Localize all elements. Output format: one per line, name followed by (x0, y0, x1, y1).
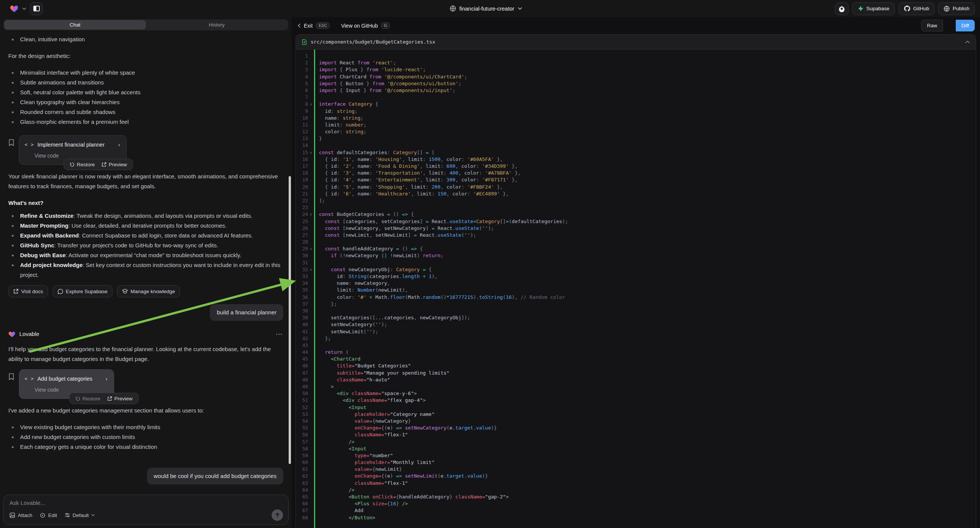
code-text: className="h-auto" (314, 377, 390, 383)
github-button[interactable]: GitHub (899, 2, 935, 15)
fold-toggle-icon (308, 273, 314, 280)
code-text: value={newCategory} (314, 418, 411, 425)
fold-toggle-icon (308, 59, 314, 66)
code-line: 48 className="h-auto" (296, 377, 976, 383)
code-line: 60 placeholder="Monthly limit" (296, 459, 976, 466)
code-text: }; (314, 301, 337, 308)
fold-toggle-icon[interactable]: ∨ (308, 266, 314, 273)
code-line: 59 type="number" (296, 452, 976, 459)
fold-toggle-icon (308, 342, 314, 349)
code-text: /> (314, 439, 355, 445)
preview-button[interactable]: Preview (98, 162, 130, 167)
publish-button[interactable]: Publish (938, 2, 975, 15)
view-on-github-button[interactable]: View on GitHub G (341, 22, 390, 29)
code-line: 28 (296, 239, 976, 245)
fold-toggle-icon[interactable]: ∨ (308, 149, 314, 156)
lovable-logo-icon[interactable] (10, 5, 19, 13)
fold-toggle-icon (308, 452, 314, 459)
fold-toggle-icon (308, 239, 314, 245)
line-number: 58 (296, 445, 308, 452)
code-line: 3import { Plus } from 'lucide-react'; (296, 66, 976, 73)
sidebar-toggle-button[interactable] (30, 2, 43, 15)
chat-scroll-area[interactable]: Clean, intuitive navigation For the desi… (0, 32, 292, 491)
supabase-button[interactable]: Supabase (852, 2, 895, 15)
line-number: 27 (296, 232, 308, 239)
restore-button[interactable]: Restore (66, 162, 98, 167)
code-line: 40 setNewCategory(''); (296, 321, 976, 328)
manage-knowledge-button[interactable]: Manage knowledge (117, 285, 180, 297)
fold-toggle-icon[interactable]: ∨ (308, 245, 314, 252)
line-number: 22 (296, 197, 308, 204)
version-actions: Restore Preview (69, 393, 138, 404)
line-number: 25 (296, 218, 308, 225)
code-text: import React from 'react'; (314, 59, 396, 66)
fold-toggle-icon (308, 218, 314, 225)
code-line: 31 (296, 259, 976, 266)
version-card-add-budget[interactable]: < > Add budget categories › View code Re… (19, 369, 114, 399)
tab-history[interactable]: History (146, 20, 288, 30)
chat-input[interactable] (10, 499, 283, 506)
design-bullet-list: Minimalist interface with plenty of whit… (8, 68, 283, 127)
code-text: import ChartCard from '@/components/ui/C… (314, 73, 467, 80)
send-button[interactable] (272, 509, 283, 521)
whats-next-item: Debug with Ease: Activate our experiment… (8, 250, 283, 260)
workspace-chevron-icon[interactable] (22, 8, 26, 10)
collapse-chevron-up-icon[interactable] (965, 41, 970, 43)
fold-toggle-icon (308, 66, 314, 73)
fold-toggle-icon (308, 321, 314, 328)
code-line: 23 (296, 204, 976, 211)
version-card-implement[interactable]: < > Implement financial planner › View c… (19, 135, 127, 165)
attach-image-icon (10, 512, 15, 518)
mode-select[interactable]: Default (65, 512, 95, 518)
visit-docs-button[interactable]: Visit docs (8, 285, 48, 297)
code-body[interactable]: 12import React from 'react';3import { Pl… (296, 49, 976, 528)
fold-toggle-icon (308, 439, 314, 445)
attach-button[interactable]: Attach (10, 512, 32, 518)
fold-toggle-icon (308, 328, 314, 335)
code-line: 10 name: string; (296, 115, 976, 122)
line-number: 5 (296, 80, 308, 87)
external-link-icon (102, 162, 107, 167)
file-header[interactable]: src/components/budget/BudgetCategories.t… (296, 35, 976, 49)
fold-toggle-icon[interactable]: ∨ (308, 101, 314, 108)
fold-toggle-icon (308, 514, 314, 521)
code-text: import { Plus } from 'lucide-react'; (314, 66, 426, 73)
code-line: 20 { id: '5', name: 'Shopping', limit: 2… (296, 184, 976, 191)
line-number: 17 (296, 163, 308, 170)
fold-toggle-icon (308, 466, 314, 473)
code-line: 7 (296, 94, 976, 101)
more-options-icon[interactable] (275, 332, 283, 336)
target-icon (40, 512, 45, 518)
line-number: 64 (296, 487, 308, 493)
diff-toggle-button[interactable]: Diff (956, 20, 975, 32)
line-number: 61 (296, 466, 308, 473)
code-text: setNewLimit(''); (314, 328, 379, 335)
restore-button[interactable]: Restore (72, 396, 104, 401)
fold-toggle-icon[interactable]: ∨ (308, 211, 314, 218)
explore-supabase-button[interactable]: Explore Supabase (52, 285, 113, 297)
tab-chat[interactable]: Chat (4, 20, 146, 30)
line-number: 63 (296, 480, 308, 487)
list-item: Add new budget categories with custom li… (8, 432, 283, 442)
bookmark-icon[interactable] (8, 139, 14, 146)
raw-toggle-button[interactable]: Raw (921, 20, 943, 32)
line-number: 2 (296, 59, 308, 66)
exit-label: Exit (304, 23, 312, 29)
preview-button[interactable]: Preview (104, 396, 136, 401)
fold-toggle-icon (308, 252, 314, 259)
fold-toggle-icon (308, 94, 314, 101)
fold-toggle-icon (308, 308, 314, 314)
exit-button[interactable]: Exit ESC (298, 22, 329, 29)
code-line: 41 setNewLimit(''); (296, 328, 976, 335)
fold-toggle-icon (308, 129, 314, 135)
fold-toggle-icon (308, 204, 314, 211)
code-text: const BudgetCategories = () => { (314, 211, 414, 218)
fold-toggle-icon (308, 108, 314, 115)
edit-button[interactable]: Edit (40, 512, 57, 518)
settings-button[interactable] (835, 2, 848, 15)
project-switcher[interactable]: financial-future-creator (449, 0, 522, 17)
line-number: 60 (296, 459, 308, 466)
bookmark-icon[interactable] (8, 373, 14, 380)
chat-scrollbar[interactable] (289, 176, 291, 464)
fold-toggle-icon (308, 390, 314, 397)
